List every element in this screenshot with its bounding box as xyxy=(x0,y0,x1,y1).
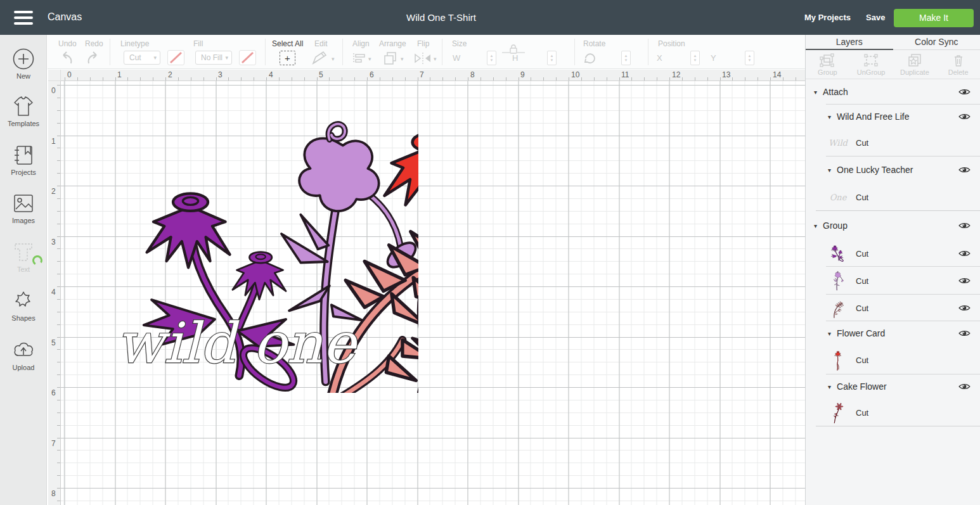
shapes-star-icon xyxy=(11,290,35,312)
layer-row-attach[interactable]: ▾ Attach xyxy=(806,79,980,105)
tab-color-sync[interactable]: Color Sync xyxy=(893,35,980,49)
layer-row-one-lucky-teacher[interactable]: ▾ One Lucky Teacher xyxy=(806,157,980,183)
undo-icon[interactable] xyxy=(58,51,75,65)
layer-row-cut-pink-grass[interactable]: Cut xyxy=(806,295,980,321)
sidebar-item-shapes[interactable]: Shapes xyxy=(0,290,47,322)
step-down-icon[interactable]: ▼ xyxy=(748,58,752,63)
duplicate-button[interactable]: Duplicate xyxy=(893,53,937,76)
sidebar-item-images[interactable]: Images xyxy=(0,192,47,224)
sidebar-item-upload[interactable]: Upload xyxy=(0,339,47,371)
disclosure-caret-icon[interactable]: ▾ xyxy=(828,383,831,390)
eye-icon[interactable] xyxy=(958,304,970,312)
make-it-button[interactable]: Make It xyxy=(894,9,974,27)
linetype-color-swatch[interactable] xyxy=(167,50,184,65)
layers-panel: Layers Color Sync Group UnGroup xyxy=(805,35,980,505)
ruler-mark: 3 xyxy=(51,238,56,246)
edit-pencil-icon[interactable] xyxy=(311,50,330,66)
menu-icon[interactable] xyxy=(14,11,33,25)
layer-row-cut-one[interactable]: One Cut xyxy=(806,183,980,211)
loading-spinner-icon xyxy=(32,255,43,266)
ruler-mark: 1 xyxy=(117,70,122,79)
wild-one-text-design[interactable]: wild one xyxy=(116,310,359,376)
ruler-corner xyxy=(48,70,61,81)
layer-row-cut-star-flower[interactable]: Cut xyxy=(806,399,980,426)
disclosure-caret-icon[interactable]: ▾ xyxy=(828,330,831,337)
layer-row-flower-card[interactable]: ▾ Flower Card xyxy=(806,321,980,345)
step-up-icon[interactable]: ▲ xyxy=(624,54,628,58)
x-stepper[interactable]: ▲ ▼ xyxy=(690,51,700,65)
project-title: Wild One T-Shirt xyxy=(406,12,476,23)
redo-icon[interactable] xyxy=(85,51,101,65)
fill-dropdown[interactable]: No Fill ▾ xyxy=(195,51,232,65)
disclosure-caret-icon[interactable]: ▾ xyxy=(828,167,831,174)
left-sidebar: New Templates Projects Images Text xyxy=(0,35,47,505)
eye-icon[interactable] xyxy=(958,88,970,96)
save-link[interactable]: Save xyxy=(866,13,885,22)
rotate-icon[interactable] xyxy=(583,52,597,65)
step-up-icon[interactable]: ▲ xyxy=(550,54,554,58)
group-button[interactable]: Group xyxy=(806,53,849,76)
sidebar-item-projects[interactable]: Projects xyxy=(0,144,47,176)
step-down-icon[interactable]: ▼ xyxy=(490,58,494,63)
eye-icon[interactable] xyxy=(958,383,970,391)
layer-row-cut-lilac-flower[interactable]: Cut xyxy=(806,267,980,295)
layer-row-cut-purple-flower[interactable]: Cut xyxy=(806,240,980,267)
ruler-mark: 1 xyxy=(51,137,56,146)
design-artwork[interactable]: wild one xyxy=(63,95,418,393)
align-icon[interactable] xyxy=(352,52,367,65)
sidebar-item-new[interactable]: New xyxy=(0,48,47,80)
sidebar-item-templates[interactable]: Templates xyxy=(0,95,47,127)
step-up-icon[interactable]: ▲ xyxy=(748,54,752,58)
disclosure-caret-icon[interactable]: ▾ xyxy=(814,89,817,96)
ruler-mark: 7 xyxy=(420,70,424,79)
ruler-mark: 4 xyxy=(269,70,273,79)
select-all-label[interactable]: Select All xyxy=(272,39,303,48)
notebook-icon xyxy=(11,144,35,167)
disclosure-caret-icon[interactable]: ▾ xyxy=(814,222,817,229)
ruler-mark: 5 xyxy=(51,338,56,347)
toolbar-divider xyxy=(110,39,110,65)
eye-icon[interactable] xyxy=(958,277,970,285)
y-stepper[interactable]: ▲ ▼ xyxy=(745,51,754,65)
layer-row-cut-wild[interactable]: Wild Cut xyxy=(806,129,980,157)
flip-icon[interactable] xyxy=(413,52,433,65)
eye-icon[interactable] xyxy=(958,222,970,230)
top-bar: Canvas Wild One T-Shirt My Projects Save… xyxy=(0,0,980,35)
step-down-icon[interactable]: ▼ xyxy=(624,58,628,63)
tab-layers[interactable]: Layers xyxy=(806,35,893,49)
height-stepper[interactable]: ▲ ▼ xyxy=(547,51,557,65)
arrange-icon[interactable] xyxy=(382,51,399,66)
layer-actions: Group UnGroup Duplicate xyxy=(806,50,980,79)
width-stepper[interactable]: ▲ ▼ xyxy=(487,51,496,65)
ruler-mark: 10 xyxy=(571,70,579,79)
my-projects-link[interactable]: My Projects xyxy=(804,13,851,22)
select-all-icon[interactable]: + xyxy=(280,51,295,65)
y-label: Y xyxy=(711,53,716,63)
eye-icon[interactable] xyxy=(958,166,970,174)
design-canvas[interactable]: wild one xyxy=(61,81,805,505)
layer-row-wild-and-free-life[interactable]: ▾ Wild And Free Life xyxy=(806,105,980,129)
layer-row-cake-flower[interactable]: ▾ Cake Flower xyxy=(806,374,980,399)
width-label: W xyxy=(453,53,460,63)
caret-down-icon: ▾ xyxy=(434,56,437,62)
ruler-mark: 0 xyxy=(67,70,72,79)
eye-icon[interactable] xyxy=(958,113,970,121)
step-down-icon[interactable]: ▼ xyxy=(550,58,554,63)
rotate-stepper[interactable]: ▲ ▼ xyxy=(621,51,631,65)
step-down-icon[interactable]: ▼ xyxy=(693,58,697,63)
delete-button[interactable]: Delete xyxy=(936,53,980,76)
layer-row-cut-red-flower[interactable]: Cut xyxy=(806,345,980,374)
step-up-icon[interactable]: ▲ xyxy=(693,54,697,58)
edit-toolbar: Undo Redo Linetype Cut ▾ Fill No Fill ▾ … xyxy=(48,35,805,69)
ruler-mark: 2 xyxy=(51,187,56,196)
lock-icon[interactable] xyxy=(501,44,526,54)
canvas-menu-label[interactable]: Canvas xyxy=(48,11,82,23)
step-up-icon[interactable]: ▲ xyxy=(490,54,494,58)
fill-color-swatch[interactable] xyxy=(239,50,256,65)
ungroup-button[interactable]: UnGroup xyxy=(849,53,893,76)
linetype-dropdown[interactable]: Cut ▾ xyxy=(124,51,160,65)
layer-row-group[interactable]: ▾ Group xyxy=(806,211,980,240)
disclosure-caret-icon[interactable]: ▾ xyxy=(828,113,831,120)
eye-icon[interactable] xyxy=(958,329,970,338)
eye-icon[interactable] xyxy=(958,250,970,258)
